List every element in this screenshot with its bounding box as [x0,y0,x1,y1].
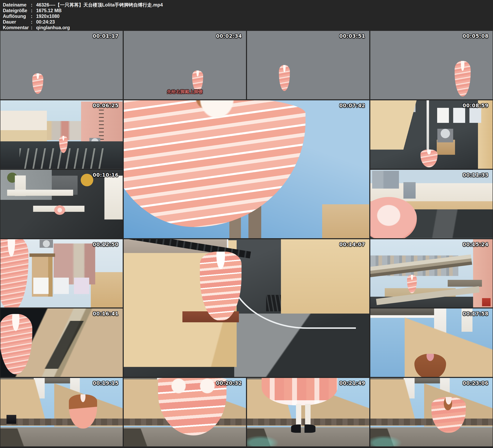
frame-1: 00:01:17 [0,31,123,99]
frame-4: 00:05:08 [370,31,493,99]
timestamp-overlay: 00:02:34 [216,33,242,39]
meta-separator: : [31,19,36,25]
meta-value-resolution: 1920x1080 [36,13,493,19]
frame-13: 00:16:41 [0,308,123,377]
timestamp-overlay: 00:05:08 [463,33,489,39]
frame-art [124,239,369,377]
meta-label: Dateigröße [3,8,31,13]
meta-value-filesize: 1675.12 MB [36,8,493,13]
frame-art [0,100,123,169]
frame-art [247,31,369,99]
timestamp-overlay: 00:20:32 [216,380,242,386]
thumbnail-grid: 00:01:17 先给右脚戴上脚镣 00:02:34 00:03:51 00:0… [0,31,493,447]
timestamp-overlay: 00:14:07 [339,242,365,247]
meta-value-filename: 46326----【一只苒苒】天台楼顶Lolita手铐脚铐自缚行走.mp4 [36,2,493,8]
black-shoes [291,425,315,433]
frame-7: 00:08:59 [370,100,493,169]
frame-art [0,378,123,446]
meta-separator: : [31,8,36,13]
meta-row-resolution: Auflösung : 1920x1080 [3,13,493,19]
frame-14: 00:17:58 [370,308,493,377]
frame-16: 00:20:32 [124,378,246,446]
timestamp-overlay: 00:23:06 [463,380,489,386]
frame-3: 00:03:51 [247,31,369,99]
timestamp-overlay: 00:01:17 [93,33,119,39]
timestamp-overlay: 00:06:25 [93,103,119,108]
frame-6-large: 00:07:42 [124,100,369,238]
frame-8: 00:10:16 [0,170,123,238]
meta-label: Auflösung [3,13,31,19]
timestamp-overlay: 00:08:59 [463,103,489,108]
timestamp-overlay: 00:17:58 [463,311,489,317]
lolita-figure-top-view [54,205,65,215]
meta-value-duration: 00:24:23 [36,19,493,25]
frame-11-large: 00:14:07 [124,239,369,377]
frame-2: 先给右脚戴上脚镣 00:02:34 [124,31,246,99]
stockinged-legs [296,404,311,427]
timestamp-overlay: 00:16:41 [93,311,119,317]
frame-18: 00:23:06 [370,378,493,446]
frame-9: 00:11:33 [370,170,493,238]
meta-row-filename: Dateiname : 46326----【一只苒苒】天台楼顶Lolita手铐脚… [3,2,493,8]
timestamp-overlay: 00:15:24 [463,242,489,247]
lolita-figure-hair [415,354,446,377]
meta-separator: : [31,2,36,8]
subtitle-caption: 先给右脚戴上脚镣 [167,89,203,95]
meta-separator: : [31,13,36,19]
frame-art [0,31,123,99]
frame-art [0,170,123,238]
frame-15: 00:19:15 [0,378,123,446]
timestamp-overlay: 00:03:51 [339,33,365,39]
timestamp-overlay: 00:07:42 [339,103,365,108]
timestamp-overlay: 00:19:15 [93,380,119,386]
meta-value-comment: qinglanhua.org [36,25,493,31]
meta-row-duration: Dauer : 00:24:23 [3,19,493,25]
meta-label: Dauer [3,19,31,25]
timestamp-overlay: 00:21:49 [339,380,365,386]
metadata-header: Dateiname : 46326----【一只苒苒】天台楼顶Lolita手铐脚… [0,0,493,31]
meta-separator: : [31,25,36,31]
frame-12: 00:15:24 [370,239,493,308]
meta-row-filesize: Dateigröße : 1675.12 MB [3,8,493,13]
video-contact-sheet: Dateiname : 46326----【一只苒苒】天台楼顶Lolita手铐脚… [0,0,493,448]
meta-row-comment: Kommentar : qinglanhua.org [3,25,493,31]
timestamp-overlay: 00:11:33 [463,172,489,178]
frame-5: 00:06:25 [0,100,123,169]
meta-label: Dateiname [3,2,31,8]
frame-10: 00:12:50 [0,239,123,308]
frame-17: 00:21:49 [247,378,369,446]
meta-label: Kommentar [3,25,31,31]
timestamp-overlay: 00:10:16 [93,172,119,178]
frame-art [370,239,493,308]
timestamp-overlay: 00:12:50 [93,242,119,247]
frame-art [370,31,493,99]
